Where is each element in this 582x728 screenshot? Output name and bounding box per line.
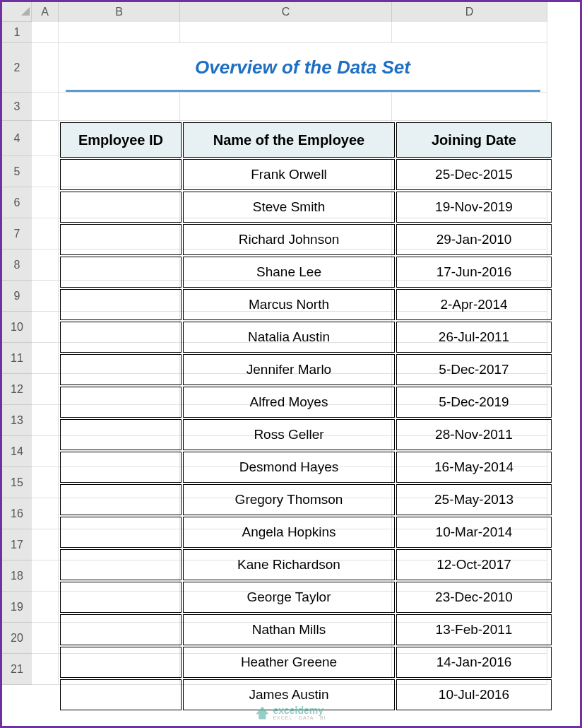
table-cell-date[interactable]: 13-Feb-2011 xyxy=(396,614,552,645)
row-header-4[interactable]: 4 xyxy=(2,121,32,156)
row-header-1[interactable]: 1 xyxy=(2,22,32,43)
row-header-8[interactable]: 8 xyxy=(2,249,32,281)
table-cell-date[interactable]: 10-Jul-2016 xyxy=(396,679,552,710)
row-header-17[interactable]: 17 xyxy=(2,529,32,560)
cell-A3[interactable] xyxy=(32,93,59,121)
row-header-18[interactable]: 18 xyxy=(2,560,32,592)
table-cell-name[interactable]: George Taylor xyxy=(183,582,395,613)
cell-D1[interactable] xyxy=(392,22,547,43)
cell-A10[interactable] xyxy=(32,312,59,343)
cell-A15[interactable] xyxy=(32,467,59,498)
row-header-13[interactable]: 13 xyxy=(2,405,32,436)
row-header-12[interactable]: 12 xyxy=(2,374,32,405)
cell-B3[interactable] xyxy=(59,93,180,121)
table-cell-id[interactable] xyxy=(60,614,182,645)
table-cell-id[interactable] xyxy=(60,582,182,613)
table-cell-name[interactable]: Ross Geller xyxy=(183,419,395,450)
cell-A5[interactable] xyxy=(32,156,59,187)
select-all-corner[interactable] xyxy=(2,2,32,22)
table-cell-name[interactable]: Heather Greene xyxy=(183,647,395,678)
table-cell-id[interactable] xyxy=(60,224,182,255)
table-cell-id[interactable] xyxy=(60,679,182,710)
table-cell-date[interactable]: 17-Jun-2016 xyxy=(396,257,552,288)
table-cell-id[interactable] xyxy=(60,289,182,320)
table-cell-date[interactable]: 2-Apr-2014 xyxy=(396,289,552,320)
table-cell-id[interactable] xyxy=(60,549,182,580)
table-cell-date[interactable]: 5-Dec-2019 xyxy=(396,387,552,418)
table-header-2[interactable]: Joining Date xyxy=(396,122,552,158)
table-cell-date[interactable]: 10-Mar-2014 xyxy=(396,517,552,548)
table-cell-id[interactable] xyxy=(60,452,182,483)
cell-A7[interactable] xyxy=(32,218,59,249)
column-header-A[interactable]: A xyxy=(32,2,59,22)
table-cell-name[interactable]: Angela Hopkins xyxy=(183,517,395,548)
row-header-3[interactable]: 3 xyxy=(2,93,32,121)
table-cell-date[interactable]: 29-Jan-2010 xyxy=(396,224,552,255)
table-cell-name[interactable]: Natalia Austin xyxy=(183,322,395,353)
table-cell-name[interactable]: Jennifer Marlo xyxy=(183,354,395,385)
cell-A21[interactable] xyxy=(32,654,59,685)
table-cell-name[interactable]: Shane Lee xyxy=(183,257,395,288)
row-header-19[interactable]: 19 xyxy=(2,592,32,623)
row-header-21[interactable]: 21 xyxy=(2,654,32,685)
column-header-B[interactable]: B xyxy=(59,2,180,22)
cell-B2[interactable]: Overview of the Data Set xyxy=(59,43,547,93)
table-cell-name[interactable]: Richard Johnson xyxy=(183,224,395,255)
cell-A14[interactable] xyxy=(32,436,59,467)
cell-A12[interactable] xyxy=(32,374,59,405)
table-cell-date[interactable]: 16-May-2014 xyxy=(396,452,552,483)
cell-A8[interactable] xyxy=(32,249,59,281)
row-header-5[interactable]: 5 xyxy=(2,156,32,187)
table-cell-date[interactable]: 12-Oct-2017 xyxy=(396,549,552,580)
row-header-9[interactable]: 9 xyxy=(2,281,32,312)
table-cell-date[interactable]: 5-Dec-2017 xyxy=(396,354,552,385)
table-cell-date[interactable]: 26-Jul-2011 xyxy=(396,322,552,353)
cell-A1[interactable] xyxy=(32,22,59,43)
row-header-6[interactable]: 6 xyxy=(2,187,32,218)
cell-A9[interactable] xyxy=(32,281,59,312)
table-cell-id[interactable] xyxy=(60,387,182,418)
cell-A20[interactable] xyxy=(32,623,59,654)
table-cell-name[interactable]: Kane Richardson xyxy=(183,549,395,580)
row-header-11[interactable]: 11 xyxy=(2,343,32,374)
table-cell-name[interactable]: Steve Smith xyxy=(183,192,395,223)
table-cell-name[interactable]: Nathan Mills xyxy=(183,614,395,645)
row-header-2[interactable]: 2 xyxy=(2,43,32,93)
cell-A11[interactable] xyxy=(32,343,59,374)
cell-C3[interactable] xyxy=(180,93,392,121)
column-header-D[interactable]: D xyxy=(392,2,547,22)
cell-A4[interactable] xyxy=(32,121,59,156)
table-cell-date[interactable]: 23-Dec-2010 xyxy=(396,582,552,613)
cell-D3[interactable] xyxy=(392,93,547,121)
row-header-16[interactable]: 16 xyxy=(2,498,32,529)
table-header-1[interactable]: Name of the Employee xyxy=(183,122,395,158)
cell-A2[interactable] xyxy=(32,43,59,93)
table-cell-date[interactable]: 25-May-2013 xyxy=(396,484,552,515)
table-cell-name[interactable]: Desmond Hayes xyxy=(183,452,395,483)
table-cell-id[interactable] xyxy=(60,354,182,385)
table-cell-date[interactable]: 14-Jan-2016 xyxy=(396,647,552,678)
table-cell-id[interactable] xyxy=(60,647,182,678)
cell-A13[interactable] xyxy=(32,405,59,436)
row-header-10[interactable]: 10 xyxy=(2,312,32,343)
table-cell-id[interactable] xyxy=(60,257,182,288)
table-cell-date[interactable]: 28-Nov-2011 xyxy=(396,419,552,450)
cell-A19[interactable] xyxy=(32,592,59,623)
table-cell-id[interactable] xyxy=(60,322,182,353)
cell-A17[interactable] xyxy=(32,529,59,560)
table-cell-name[interactable]: Gregory Thomson xyxy=(183,484,395,515)
table-cell-date[interactable]: 19-Nov-2019 xyxy=(396,192,552,223)
row-header-7[interactable]: 7 xyxy=(2,218,32,249)
row-header-15[interactable]: 15 xyxy=(2,467,32,498)
table-cell-name[interactable]: Alfred Moyes xyxy=(183,387,395,418)
cell-B1[interactable] xyxy=(59,22,180,43)
table-cell-date[interactable]: 25-Dec-2015 xyxy=(396,159,552,190)
table-cell-name[interactable]: Marcus North xyxy=(183,289,395,320)
cell-A18[interactable] xyxy=(32,560,59,592)
table-cell-id[interactable] xyxy=(60,517,182,548)
table-cell-id[interactable] xyxy=(60,419,182,450)
row-header-20[interactable]: 20 xyxy=(2,623,32,654)
table-cell-id[interactable] xyxy=(60,192,182,223)
table-header-0[interactable]: Employee ID xyxy=(60,122,182,158)
table-cell-id[interactable] xyxy=(60,159,182,190)
